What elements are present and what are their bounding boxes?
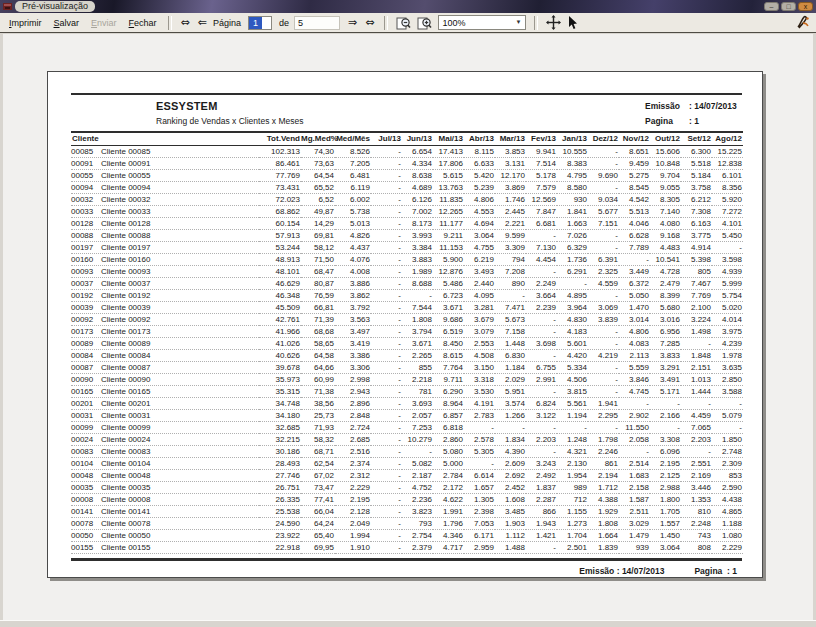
column-header: Fev/13 xyxy=(526,132,557,146)
value-cell: 7.205 xyxy=(335,158,371,170)
send-button[interactable]: Enviar xyxy=(85,16,123,30)
close-preview-button[interactable]: Fechar xyxy=(123,16,163,30)
previous-page-button[interactable]: ⇐ xyxy=(194,16,211,30)
value-cell: - xyxy=(526,314,557,326)
value-cell: 4.559 xyxy=(588,278,619,290)
print-button[interactable]: Imprimir xyxy=(3,16,48,30)
value-cell: 1.305 xyxy=(464,494,495,506)
column-header: Jul/13 xyxy=(371,132,402,146)
value-cell: 7.847 xyxy=(526,206,557,218)
page-number-input[interactable]: 1 xyxy=(248,16,272,30)
value-cell: 1.184 xyxy=(495,362,526,374)
value-cell: 73,47 xyxy=(301,482,335,494)
value-cell: 2.203 xyxy=(681,434,712,446)
value-cell: 1.903 xyxy=(495,518,526,530)
value-cell: 1.929 xyxy=(588,506,619,518)
next-page-button[interactable]: ⇒ xyxy=(344,16,361,30)
zoom-level-select[interactable]: 100% ▼ xyxy=(438,15,526,30)
table-row: 00088Cliente 0008857.91369,814.826-3.993… xyxy=(71,230,743,242)
client-cell: 00173Cliente 00173 xyxy=(71,326,259,338)
value-cell: 12.265 xyxy=(433,206,464,218)
value-cell: 67,02 xyxy=(301,470,335,482)
toolbar-separator xyxy=(168,16,172,30)
value-cell: 4.895 xyxy=(557,290,588,302)
value-cell: 7.467 xyxy=(681,278,712,290)
client-cell: 00035Cliente 00035 xyxy=(71,482,259,494)
value-cell: 9.599 xyxy=(495,230,526,242)
value-cell: 3.815 xyxy=(557,386,588,398)
value-cell: 4.939 xyxy=(712,266,743,278)
value-cell: 939 xyxy=(619,542,650,554)
value-cell: 1.736 xyxy=(557,254,588,266)
value-cell: 9.941 xyxy=(526,146,557,158)
value-cell: 3.775 xyxy=(681,230,712,242)
value-cell: 8.173 xyxy=(402,218,433,230)
value-cell: 4.542 xyxy=(619,194,650,206)
value-cell: 1.608 xyxy=(495,494,526,506)
first-page-button[interactable]: ⇔ xyxy=(177,16,194,30)
value-cell: 7.764 xyxy=(433,362,464,374)
value-cell: 5.561 xyxy=(557,398,588,410)
value-cell: - xyxy=(619,446,650,458)
value-cell: 781 xyxy=(402,386,433,398)
zoom-out-button[interactable] xyxy=(393,15,414,31)
value-cell: 9.459 xyxy=(619,158,650,170)
pan-tool-button[interactable] xyxy=(543,15,564,31)
value-cell: 2.440 xyxy=(464,278,495,290)
value-cell: 3.029 xyxy=(619,518,650,530)
column-header: Med/Mês xyxy=(335,132,371,146)
value-cell: 4.191 xyxy=(464,398,495,410)
client-cell: 00024Cliente 00024 xyxy=(71,434,259,446)
pointer-tool-button[interactable] xyxy=(564,15,581,31)
last-page-button[interactable]: ⇔ xyxy=(361,16,378,30)
save-button[interactable]: Salvar xyxy=(48,16,86,30)
value-cell: 4.914 xyxy=(681,242,712,254)
value-cell: - xyxy=(712,242,743,254)
value-cell: 3.758 xyxy=(681,182,712,194)
value-cell: 60,99 xyxy=(301,374,335,386)
window-bottom-frame xyxy=(0,620,816,627)
table-row: 00165Cliente 0016535.31571,382.943-7816.… xyxy=(71,386,743,398)
minimize-button[interactable]: – xyxy=(764,2,779,11)
value-cell: - xyxy=(371,254,402,266)
close-window-button[interactable]: x xyxy=(798,2,813,11)
value-cell: - xyxy=(526,350,557,362)
value-cell: 2.239 xyxy=(526,302,557,314)
value-cell: 41.966 xyxy=(259,326,301,338)
zoom-in-button[interactable] xyxy=(414,15,435,31)
value-cell: 80,87 xyxy=(301,278,335,290)
value-cell: 3.131 xyxy=(495,158,526,170)
value-cell: 4.865 xyxy=(712,506,743,518)
value-cell: 2.203 xyxy=(526,434,557,446)
column-header: Jun/13 xyxy=(402,132,433,146)
titlebar[interactable]: Pré-visualização – □ x xyxy=(0,0,816,13)
value-cell: 6.857 xyxy=(433,410,464,422)
value-cell: 9.686 xyxy=(433,314,464,326)
value-cell: 66,81 xyxy=(301,302,335,314)
maximize-button[interactable]: □ xyxy=(781,2,796,11)
value-cell: 5.951 xyxy=(495,386,526,398)
value-cell: 8.638 xyxy=(402,170,433,182)
value-cell: 2.553 xyxy=(464,338,495,350)
value-cell: 4.321 xyxy=(557,446,588,458)
value-cell: 7.471 xyxy=(495,302,526,314)
report-footer: Emissão : 14/07/2013 Pagina : 1 xyxy=(71,566,742,576)
value-cell: 3.869 xyxy=(495,182,526,194)
value-cell: 810 xyxy=(681,506,712,518)
preview-area[interactable]: ESSYSTEM Ranking de Vendas x Clientes x … xyxy=(3,34,813,621)
value-cell: 17.806 xyxy=(433,158,464,170)
value-cell: - xyxy=(526,266,557,278)
value-cell: 1.705 xyxy=(650,506,681,518)
column-header: Mg.Med% xyxy=(301,132,335,146)
value-cell: 6.096 xyxy=(650,446,681,458)
value-cell: 25.538 xyxy=(259,506,301,518)
value-cell: 5.513 xyxy=(619,206,650,218)
client-cell: 00008Cliente 00008 xyxy=(71,494,259,506)
value-cell: 2.229 xyxy=(712,542,743,554)
value-cell: 2.049 xyxy=(335,518,371,530)
chevron-down-icon[interactable]: ▼ xyxy=(513,16,525,29)
value-cell: 2.988 xyxy=(650,482,681,494)
value-cell: - xyxy=(588,146,619,158)
value-cell: 8.356 xyxy=(712,182,743,194)
value-cell: 2.492 xyxy=(526,470,557,482)
